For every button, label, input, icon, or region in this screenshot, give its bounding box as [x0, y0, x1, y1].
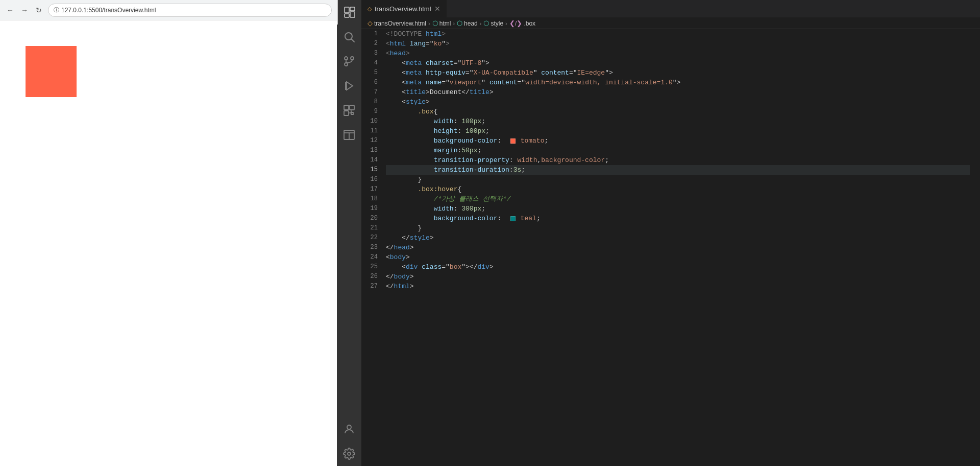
- bc-html-label: html: [439, 20, 451, 27]
- line-num-16: 16: [361, 175, 378, 184]
- svg-point-8: [351, 57, 354, 60]
- sidebar-icon-search[interactable]: [337, 25, 361, 49]
- code-line-22: </style>: [386, 233, 970, 243]
- code-line-19: width: 300px;: [386, 204, 970, 214]
- code-line-15: transition-duration:3s;: [386, 165, 970, 175]
- code-line-12: background-color: tomato;: [386, 136, 970, 146]
- sidebar-icon-extensions[interactable]: [337, 98, 361, 123]
- sidebar-icon-layout[interactable]: [337, 123, 361, 147]
- back-button[interactable]: ←: [5, 5, 15, 15]
- editor-area: ◇ transOverview.html ✕ ◇ transOverview.h…: [361, 0, 980, 466]
- svg-rect-12: [344, 105, 349, 110]
- sidebar-icon-settings[interactable]: [337, 441, 361, 466]
- code-lines[interactable]: <!DOCTYPE html> <html lang="ko"> <head> …: [386, 29, 980, 466]
- line-num-11: 11: [361, 126, 378, 136]
- sidebar-icon-explorer[interactable]: [337, 0, 361, 25]
- bc-box-icon: ❮/❯: [509, 19, 523, 27]
- code-line-14: transition-property: width,background-co…: [386, 155, 970, 165]
- svg-point-6: [345, 57, 348, 60]
- code-line-26: </body>: [386, 272, 970, 282]
- line-num-25: 25: [361, 262, 378, 272]
- line-num-22: 22: [361, 233, 378, 243]
- bc-sep-4: ›: [505, 20, 507, 27]
- line-num-24: 24: [361, 252, 378, 262]
- code-line-8: <style>: [386, 97, 970, 107]
- svg-rect-13: [350, 105, 354, 110]
- line-num-12: 12: [361, 136, 378, 146]
- svg-line-5: [352, 39, 355, 42]
- bc-sep-2: ›: [453, 20, 455, 27]
- tab-label: transOverview.html: [375, 5, 431, 13]
- line-num-23: 23: [361, 243, 378, 252]
- breadcrumb-style[interactable]: ⬡ style: [483, 19, 503, 27]
- code-line-2: <html lang="ko">: [386, 39, 970, 49]
- vscode-sidebar: [337, 0, 361, 466]
- bc-style-label: style: [491, 20, 503, 27]
- bc-sep-3: ›: [480, 20, 482, 27]
- line-num-27: 27: [361, 282, 378, 291]
- line-num-3: 3: [361, 49, 378, 58]
- forward-button[interactable]: →: [19, 5, 30, 15]
- breadcrumb-box[interactable]: ❮/❯ .box: [509, 19, 535, 27]
- url-text: 127.0.0.1:5500/transOverview.html: [61, 7, 156, 14]
- svg-rect-14: [344, 111, 349, 115]
- code-line-16: }: [386, 175, 970, 184]
- code-line-27: </html>: [386, 282, 970, 291]
- sidebar-icon-source-control[interactable]: [337, 49, 361, 74]
- bc-style-icon: ⬡: [483, 19, 489, 27]
- code-line-4: <meta charset="UTF-8">: [386, 58, 970, 68]
- demo-box: [26, 46, 77, 97]
- line-num-14: 14: [361, 155, 378, 165]
- line-num-4: 4: [361, 58, 378, 68]
- code-area[interactable]: 1 2 3 4 5 6 7 8 9 10 11 12 13 14 15 16 1…: [361, 29, 980, 466]
- editor-tab[interactable]: ◇ transOverview.html ✕: [361, 0, 447, 17]
- breadcrumb: ◇ transOverview.html › ⬡ html › ⬡ head ›…: [361, 18, 980, 29]
- line-num-2: 2: [361, 39, 378, 49]
- bc-sep-1: ›: [428, 20, 430, 27]
- breadcrumb-html[interactable]: ⬡ html: [432, 19, 451, 27]
- tab-file-icon: ◇: [368, 6, 372, 12]
- line-num-7: 7: [361, 87, 378, 97]
- svg-point-18: [347, 425, 351, 429]
- address-bar[interactable]: ⓘ 127.0.0.1:5500/transOverview.html: [48, 4, 332, 17]
- bc-box-label: .box: [524, 20, 535, 27]
- line-num-13: 13: [361, 146, 378, 155]
- browser-content: [0, 20, 337, 466]
- browser-panel: ← → ↻ ⓘ 127.0.0.1:5500/transOverview.htm…: [0, 0, 337, 466]
- line-num-10: 10: [361, 116, 378, 126]
- line-num-1: 1: [361, 29, 378, 39]
- code-line-7: <title>Document</title>: [386, 87, 970, 97]
- bc-html-icon: ⬡: [432, 19, 438, 27]
- code-line-20: background-color: teal;: [386, 214, 970, 223]
- svg-point-7: [345, 63, 348, 66]
- line-num-18: 18: [361, 194, 378, 204]
- bc-head-icon: ⬡: [457, 19, 462, 27]
- line-num-21: 21: [361, 223, 378, 233]
- tab-bar: ◇ transOverview.html ✕: [361, 0, 980, 18]
- line-num-15: 15: [361, 165, 378, 175]
- code-line-21: }: [386, 223, 970, 233]
- breadcrumb-head[interactable]: ⬡ head: [457, 19, 478, 27]
- lock-icon: ⓘ: [54, 6, 59, 14]
- code-line-23: </head>: [386, 243, 970, 252]
- browser-toolbar: ← → ↻ ⓘ 127.0.0.1:5500/transOverview.htm…: [0, 0, 337, 20]
- sidebar-icon-run[interactable]: [337, 74, 361, 98]
- code-line-9: .box{: [386, 107, 970, 116]
- line-num-17: 17: [361, 184, 378, 194]
- line-numbers: 1 2 3 4 5 6 7 8 9 10 11 12 13 14 15 16 1…: [361, 29, 386, 466]
- bc-file-icon: ◇: [368, 19, 373, 27]
- code-line-18: /*가상 클래스 선택자*/: [386, 194, 970, 204]
- reload-button[interactable]: ↻: [34, 5, 44, 15]
- line-num-20: 20: [361, 214, 378, 223]
- code-line-5: <meta http-equiv="X-UA-Compatible" conte…: [386, 68, 970, 78]
- bc-file-label: transOverview.html: [374, 20, 426, 27]
- line-num-26: 26: [361, 272, 378, 282]
- sidebar-icon-account[interactable]: [337, 417, 361, 441]
- code-line-11: height: 100px;: [386, 126, 970, 136]
- svg-marker-10: [347, 82, 353, 90]
- breadcrumb-file[interactable]: ◇ transOverview.html: [368, 19, 426, 27]
- tab-close-button[interactable]: ✕: [434, 5, 440, 13]
- code-line-13: margin:50px;: [386, 146, 970, 155]
- code-line-1: <!DOCTYPE html>: [386, 29, 970, 39]
- code-line-25: <div class="box"></div>: [386, 262, 970, 272]
